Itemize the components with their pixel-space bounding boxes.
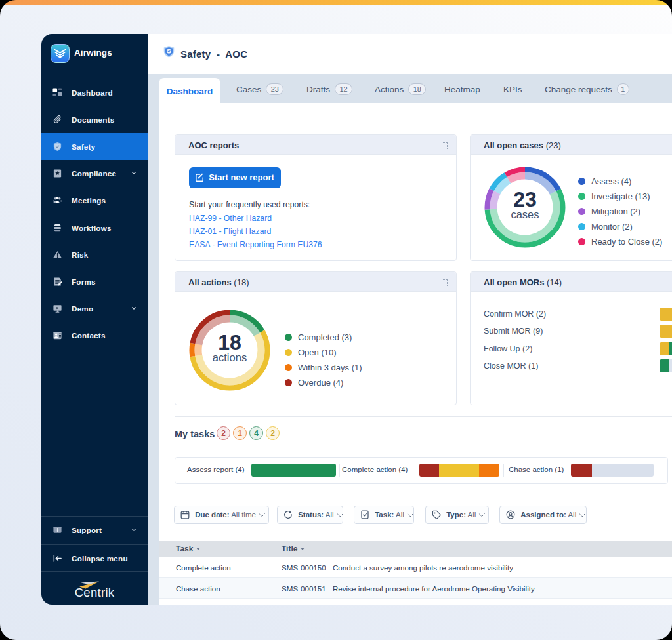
svg-text:Centrik: Centrik bbox=[75, 586, 115, 599]
